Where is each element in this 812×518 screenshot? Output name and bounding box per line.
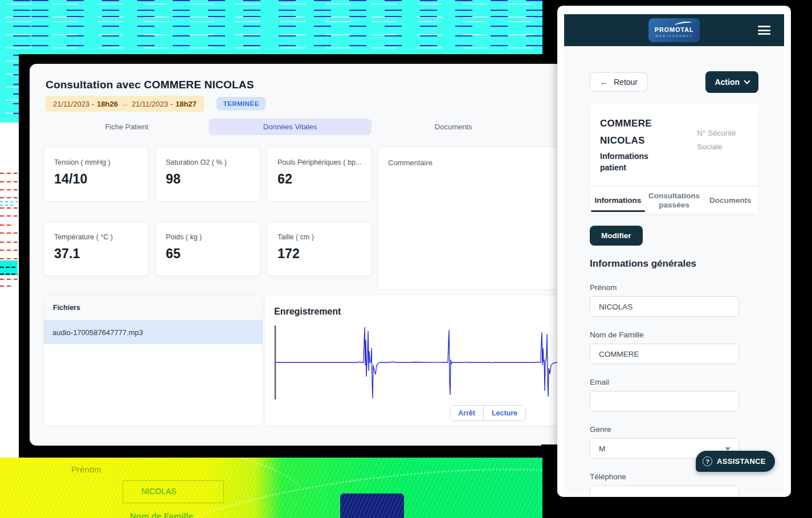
vital-label: Saturation O2 ( % ) [166,158,250,166]
field-telephone: Téléphone [590,472,758,496]
files-panel: Fichiers audio-1700587647777.mp3 [43,295,263,426]
glitch-blue-patch [340,493,404,518]
genre-label: Genre [590,425,758,434]
tab-consultations-passees[interactable]: Consultations passées [646,186,703,214]
back-label: Retour [614,78,638,87]
ghost-prenom-value: NICOLAS [141,487,176,496]
arrow-right-icon: → [121,99,129,108]
mobile-content: ← Retour Action COMMERE NICOLAS Informat… [564,46,784,496]
start-date: 21/11/2023 - [53,100,94,108]
action-label: Action [715,78,740,87]
stop-button[interactable]: Arrêt [450,406,483,421]
email-input[interactable] [590,391,739,411]
comment-label: Commentaire [388,158,563,167]
vital-value: 37.1 [54,246,138,262]
recording-controls: Arrêt Lecture [450,405,526,421]
email-label: Email [590,378,758,386]
page-title: Consultation avec COMMERE NICOLAS [46,79,254,91]
audio-waveform [274,325,563,399]
ghost-prenom-input: NICOLAS [123,480,224,503]
glitch-bottom-band: Prénom NICOLAS Nom de Famille [0,458,542,518]
prenom-label: Prénom [590,283,758,292]
vital-label: Tension ( mmHg ) [54,158,138,166]
nom-label: Nom de Famille [590,331,758,339]
vital-label: Poids ( kg ) [166,233,250,241]
consultation-tabs: Fiche Patient Données Vitales Documents [45,119,535,135]
start-time: 18h26 [97,100,118,108]
tab-donnees-vitales[interactable]: Données Vitales [209,119,372,135]
vital-value: 98 [166,172,250,187]
assistance-button[interactable]: ? ASSISTANCE [696,451,775,472]
bird-swoosh-icon [674,21,693,26]
end-time: 18h27 [176,100,197,108]
mobile-header: PROMOTAL MED+CONNECT [564,14,784,46]
mobile-panel-shadow-right [791,0,812,518]
field-email: Email [590,378,758,411]
patient-tabs: Informations Consultations passées Docum… [590,186,758,214]
tab-informations[interactable]: Informations [590,186,646,214]
field-nom: Nom de Famille [590,331,758,364]
vital-card-taille: Taille ( cm ) 172 [267,222,372,276]
vital-value: 14/10 [54,172,138,187]
vital-label: Température ( °C ) [54,233,138,241]
prenom-input[interactable] [590,296,739,317]
vital-label: Pouls Périphériques ( bp... [278,158,361,166]
arrow-left-icon: ← [600,78,608,87]
brand-tagline: MED+CONNECT [656,34,693,38]
screen: Consultation avec COMMERE NICOLAS 21/11/… [0,0,812,518]
back-button[interactable]: ← Retour [590,72,648,92]
field-prenom: Prénom [590,283,758,317]
patient-subtitle: Informations patient [600,150,657,174]
vital-value: 172 [278,246,361,262]
section-title: Informations générales [590,258,758,270]
help-icon: ? [703,456,712,466]
recording-panel: Enregistrement Arrêt Lecture [264,295,563,426]
vital-card-poids: Poids ( kg ) 65 [155,222,260,276]
ghost-prenom-label: Prénom [71,464,101,474]
file-row-audio[interactable]: audio-1700587647777.mp3 [44,320,263,344]
promotal-logo: PROMOTAL MED+CONNECT [648,18,700,42]
nom-input[interactable] [590,344,739,364]
mobile-patient-panel: PROMOTAL MED+CONNECT ← Retour Action [557,6,791,497]
ghost-nom-label: Nom de Famille [130,511,193,518]
play-button[interactable]: Lecture [483,406,525,421]
vital-card-saturation: Saturation O2 ( % ) 98 [155,147,260,202]
vital-card-pouls: Pouls Périphériques ( bp... 62 [267,147,372,202]
status-badge: TERMINÉE [217,97,266,111]
consultation-panel: Consultation avec COMMERE NICOLAS 21/11/… [30,64,563,446]
menu-icon[interactable] [758,26,770,35]
vital-card-temperature: Température ( °C ) 37.1 [43,222,149,276]
action-button[interactable]: Action [705,71,758,93]
recording-title: Enregistrement [274,307,341,317]
assistance-label: ASSISTANCE [717,457,766,466]
vitals-grid: Tension ( mmHg ) 14/10 Saturation O2 ( %… [43,147,373,276]
vital-value: 62 [278,172,361,187]
tab-fiche-patient[interactable]: Fiche Patient [45,119,209,135]
modify-button[interactable]: Modifier [590,226,643,246]
files-header: Fichiers [44,295,263,320]
vital-label: Taille ( cm ) [278,233,361,241]
consultation-date-badge: 21/11/2023 - 18h26 → 21/11/2023 - 18h27 [46,96,204,112]
patient-card: COMMERE NICOLAS Informations patient N° … [590,104,758,214]
comment-box[interactable]: Commentaire [377,146,563,290]
telephone-input[interactable] [590,486,739,496]
tab-documents-mobile[interactable]: Documents [702,186,758,214]
vital-value: 65 [166,246,250,262]
brand-name: PROMOTAL [655,26,694,33]
ssn-label: N° Sécurité Sociale [697,127,749,154]
tab-documents[interactable]: Documents [372,119,535,135]
end-date: 21/11/2023 - [132,100,173,108]
vital-card-tension: Tension ( mmHg ) 14/10 [43,147,149,202]
chevron-down-icon [744,78,750,84]
genre-value: M [599,444,605,453]
badge-row: 21/11/2023 - 18h26 → 21/11/2023 - 18h27 … [46,96,266,112]
telephone-label: Téléphone [590,472,758,481]
